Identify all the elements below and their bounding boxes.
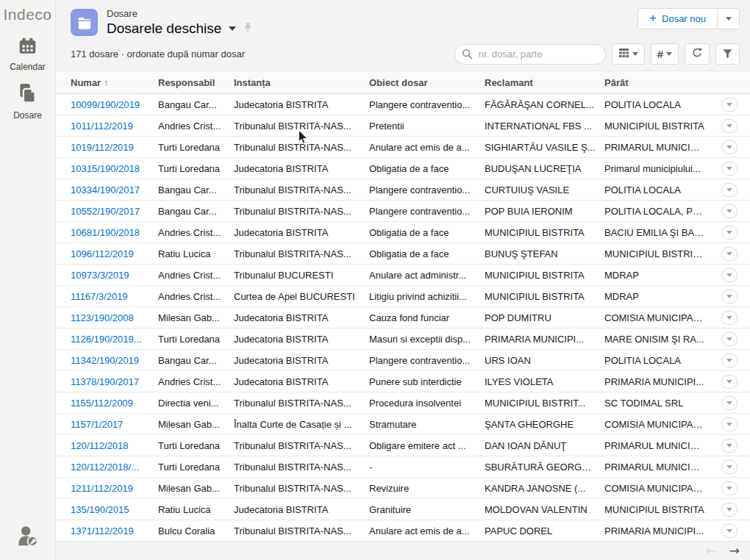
table-row: 10334/190/2017 Bangau Car... Tribunalul … bbox=[56, 179, 750, 201]
dosar-number-link[interactable]: 1123/190/2008 bbox=[71, 312, 149, 323]
dosar-number-link[interactable]: 10552/190/2017 bbox=[71, 206, 149, 217]
column-header-reclamant[interactable]: Reclamant bbox=[485, 71, 604, 94]
cell-instanta: Judecatoria BISTRITA bbox=[234, 99, 360, 110]
dosar-number-link[interactable]: 10681/190/2018 bbox=[71, 227, 149, 238]
cell-parat: MUNICIPIUL BISTRIT... bbox=[604, 248, 704, 259]
cell-parat: SC TODIMAL SRL bbox=[604, 398, 704, 409]
chevron-down-icon bbox=[726, 529, 732, 533]
chevron-down-icon bbox=[726, 465, 732, 469]
sidebar-nav: Calendar Dosare bbox=[10, 37, 46, 121]
dosar-number-link[interactable]: 1211/112/2019 bbox=[71, 483, 149, 494]
row-actions-button[interactable] bbox=[721, 396, 738, 410]
row-actions-button[interactable] bbox=[721, 119, 738, 133]
plus-icon: + bbox=[649, 12, 657, 24]
row-actions-button[interactable] bbox=[721, 417, 738, 431]
cell-responsabil: Milesan Gab... bbox=[158, 419, 225, 430]
row-actions-button[interactable] bbox=[721, 375, 738, 389]
chevron-down-icon bbox=[726, 508, 732, 511]
chevron-down-icon bbox=[726, 337, 732, 341]
dosar-number-link[interactable]: 11378/190/2017 bbox=[71, 376, 149, 387]
dosar-number-link[interactable]: 1011/112/2019 bbox=[71, 121, 149, 132]
dosar-number-link[interactable]: 10099/190/2019 bbox=[71, 99, 149, 110]
row-actions-button[interactable] bbox=[721, 460, 738, 474]
dosar-number-link[interactable]: 11342/190/2019 bbox=[71, 355, 149, 366]
table-row: 1126/190/2019... Turti Loredana Judecato… bbox=[56, 329, 750, 350]
cell-obiect-dosar: - bbox=[369, 462, 476, 473]
sidebar-item-calendar[interactable]: Calendar bbox=[10, 37, 46, 72]
cell-obiect-dosar: Obligare emitere act ... bbox=[369, 440, 476, 451]
dosar-number-link[interactable]: 1096/112/2019 bbox=[71, 248, 149, 259]
column-header-obiect-dosar[interactable]: Obiect dosar bbox=[369, 71, 485, 94]
dosar-number-link[interactable]: 10973/3/2019 bbox=[71, 270, 149, 281]
cell-responsabil: Turti Loredana bbox=[158, 440, 225, 451]
row-actions-button[interactable] bbox=[721, 140, 738, 154]
row-actions-button[interactable] bbox=[721, 204, 738, 218]
pin-list-view-icon[interactable] bbox=[243, 22, 253, 36]
sidebar-item-dosare[interactable]: Dosare bbox=[13, 82, 42, 121]
row-actions-button[interactable] bbox=[721, 311, 738, 325]
dosar-number-link[interactable]: 120/112/2018 bbox=[71, 440, 149, 451]
column-header-actions bbox=[713, 71, 750, 94]
row-actions-button[interactable] bbox=[721, 183, 738, 197]
new-dosar-button[interactable]: + Dosar nou bbox=[638, 8, 718, 29]
search-input[interactable] bbox=[454, 44, 606, 65]
filter-button[interactable] bbox=[715, 43, 740, 65]
dosar-number-link[interactable]: 10315/190/2018 bbox=[71, 163, 149, 174]
row-actions-button[interactable] bbox=[721, 439, 738, 453]
column-header-responsabil[interactable]: Responsabil bbox=[158, 71, 234, 94]
dosar-number-link[interactable]: 135/190/2015 bbox=[71, 504, 149, 515]
row-actions-button[interactable] bbox=[721, 503, 738, 517]
cell-responsabil: Andries Crist... bbox=[158, 270, 225, 281]
dosar-number-link[interactable]: 1019/112/2019 bbox=[71, 142, 149, 153]
new-dosar-dropdown-button[interactable] bbox=[718, 8, 740, 29]
cell-responsabil: Bulcu Coralia bbox=[158, 525, 225, 536]
table-grid-icon bbox=[618, 48, 629, 60]
row-number-options-button[interactable]: # bbox=[651, 43, 679, 65]
dosar-number-link[interactable]: 1126/190/2019... bbox=[71, 334, 149, 345]
list-view-selector-caret-icon[interactable] bbox=[229, 26, 236, 31]
table-header-row: Numar↑ Responsabil Instanța Obiect dosar… bbox=[56, 71, 750, 94]
row-actions-button[interactable] bbox=[721, 226, 738, 240]
row-actions-button[interactable] bbox=[721, 268, 738, 282]
admin-user-settings-icon[interactable] bbox=[15, 525, 40, 553]
next-page-arrow-icon[interactable]: → bbox=[729, 545, 740, 557]
cell-instanta: Tribunalul BISTRITA-NAS... bbox=[234, 398, 360, 409]
dosar-number-link[interactable]: 1157/1/2017 bbox=[71, 419, 149, 430]
row-actions-button[interactable] bbox=[721, 481, 738, 495]
refresh-button[interactable] bbox=[685, 43, 710, 65]
chevron-down-icon bbox=[726, 401, 732, 405]
cell-responsabil: Turti Loredana bbox=[158, 462, 225, 473]
cell-obiect-dosar: Anulare act emis de a... bbox=[369, 142, 476, 153]
cell-reclamant: PAPUC DOREL bbox=[485, 525, 596, 536]
dosar-number-link[interactable]: 11167/3/2019 bbox=[71, 291, 149, 302]
row-actions-button[interactable] bbox=[721, 353, 738, 367]
row-actions-button[interactable] bbox=[721, 332, 738, 346]
table-row: 1371/112/2019 Bulcu Coralia Tribunalul B… bbox=[56, 520, 750, 542]
previous-page-arrow-icon[interactable]: ← bbox=[706, 545, 716, 557]
display-as-table-button[interactable] bbox=[612, 43, 645, 65]
column-header-numar[interactable]: Numar↑ bbox=[56, 71, 158, 94]
cell-instanta: Tribunalul BISTRITA-NAS... bbox=[234, 248, 360, 259]
row-actions-button[interactable] bbox=[721, 290, 738, 304]
row-actions-button[interactable] bbox=[721, 98, 738, 112]
cell-reclamant: PRIMARIA MUNICIPI... bbox=[485, 334, 596, 345]
column-header-parat[interactable]: Pârât bbox=[604, 71, 713, 94]
dosar-number-link[interactable]: 1155/112/2009 bbox=[71, 398, 149, 409]
cell-reclamant: MUNICIPIUL BISTRITA bbox=[485, 270, 596, 281]
cell-responsabil: Bangau Car... bbox=[158, 184, 225, 195]
cell-obiect-dosar: Punere sub interdictie bbox=[369, 376, 476, 387]
table-row: 10315/190/2018 Turti Loredana Judecatori… bbox=[56, 158, 750, 179]
dosar-number-link[interactable]: 10334/190/2017 bbox=[71, 184, 149, 195]
cell-responsabil: Andries Crist... bbox=[158, 227, 225, 238]
cell-instanta: Tribunalul BISTRITA-NAS... bbox=[234, 462, 360, 473]
cell-obiect-dosar: Stramutare bbox=[369, 419, 476, 430]
row-actions-button[interactable] bbox=[721, 162, 738, 176]
row-actions-button[interactable] bbox=[721, 524, 738, 538]
row-actions-button[interactable] bbox=[721, 247, 738, 261]
cell-parat: COMISIA MUNICIPALA bbox=[604, 312, 704, 323]
dosar-number-link[interactable]: 1371/112/2019 bbox=[71, 525, 149, 536]
column-header-instanta[interactable]: Instanța bbox=[234, 71, 369, 94]
list-view-title: Dosarele deschise bbox=[107, 21, 221, 37]
cell-instanta: Tribunalul BISTRITA-NAS... bbox=[234, 184, 360, 195]
dosar-number-link[interactable]: 120/112/2018/... bbox=[71, 462, 149, 473]
